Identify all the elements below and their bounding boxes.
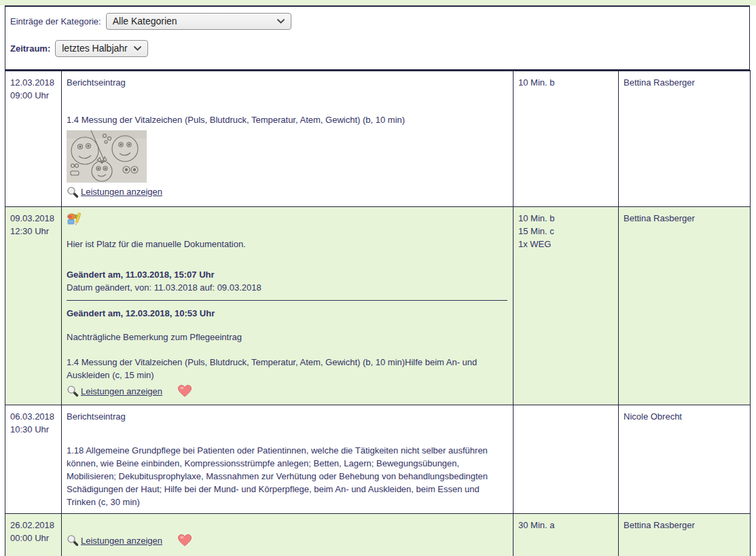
entry-content-cell: Hier ist Platz für die manuelle Dokument…	[62, 207, 514, 405]
entry-duration-cell: 10 Min. b	[514, 71, 619, 207]
edit-note-icon[interactable]	[67, 212, 82, 227]
change-heading: Geändert am, 12.03.2018, 10:53 Uhr	[67, 307, 507, 320]
services-link-line: Leistungen anzeigen	[67, 185, 507, 198]
entry-author-cell: Nicole Obrecht	[619, 405, 751, 514]
entry-author-cell: Bettina Rasberger	[619, 514, 751, 556]
duration-line: 10 Min. b	[518, 76, 613, 89]
entry-date-cell: 09.03.2018 12:30 Uhr	[5, 207, 62, 405]
entry-time: 10:30 Uhr	[10, 423, 56, 436]
entry-category-label: Berichtseintrag	[67, 76, 507, 89]
duration-line: 10 Min. b	[518, 212, 613, 225]
entry-date-cell: 26.02.2018 00:00 Uhr	[5, 514, 62, 556]
page-top-margin	[0, 0, 756, 5]
heart-icon	[177, 384, 192, 398]
category-filter-row: Einträge der Kategorie: Alle Kategorien	[10, 13, 741, 30]
services-link-line: Leistungen anzeigen	[67, 534, 507, 547]
entry-content-cell: Berichtseintrag 1.18 Allgemeine Grundpfl…	[62, 405, 514, 514]
change-detail: Nachträgliche Bemerkung zum Pflegeeintra…	[67, 331, 507, 344]
entry-category-label: Berichtseintrag	[67, 410, 507, 423]
entry-date: 12.03.2018	[10, 76, 56, 89]
chevron-down-icon	[134, 46, 141, 51]
services-link-line: Leistungen anzeigen	[67, 384, 507, 398]
attached-drawing-thumbnail[interactable]	[67, 130, 147, 183]
heart-icon	[177, 534, 192, 547]
entry-author-cell: Bettina Rasberger	[619, 207, 751, 405]
entry-time: 09:00 Uhr	[10, 89, 56, 102]
table-row: 26.02.2018 00:00 Uhr Leistungen anzeigen	[5, 514, 751, 556]
category-select-value: Alle Kategorien	[113, 15, 177, 28]
entry-author: Bettina Rasberger	[624, 212, 744, 225]
change-heading: Geändert am, 11.03.2018, 15:07 Uhr	[67, 268, 507, 281]
entry-duration-cell: 10 Min. b 15 Min. c 1x WEG	[514, 207, 619, 405]
table-row: 09.03.2018 12:30 Uhr	[5, 207, 751, 405]
magnifier-icon[interactable]	[67, 534, 79, 546]
entry-services-text: 1.18 Allgemeine Grundpflege bei Patiente…	[67, 444, 507, 508]
category-filter-label: Einträge der Kategorie:	[10, 15, 101, 28]
entry-time: 12:30 Uhr	[10, 225, 56, 238]
entry-date-cell: 12.03.2018 09:00 Uhr	[5, 71, 62, 207]
entry-content-cell: Berichtseintrag 1.4 Messung der Vitalzei…	[62, 71, 514, 207]
entry-author: Nicole Obrecht	[624, 410, 744, 423]
entry-duration-cell: 30 Min. a	[514, 514, 619, 556]
entry-content-cell: Leistungen anzeigen	[62, 514, 514, 556]
category-select[interactable]: Alle Kategorien	[106, 13, 291, 30]
table-row: 12.03.2018 09:00 Uhr Berichtseintrag 1.4…	[5, 71, 751, 207]
entry-author: Bettina Rasberger	[624, 76, 744, 89]
entry-services-text: 1.4 Messung der Vitalzeichen (Puls, Blut…	[67, 356, 507, 382]
duration-line: 30 Min. a	[518, 519, 613, 532]
period-filter-label: Zeitraum:	[10, 42, 50, 55]
period-select[interactable]: letztes Halbjahr	[55, 40, 148, 57]
chevron-down-icon	[277, 19, 285, 24]
table-row: 06.03.2018 10:30 Uhr Berichtseintrag 1.1…	[5, 405, 751, 514]
entry-date: 06.03.2018	[10, 410, 56, 423]
filter-panel: Einträge der Kategorie: Alle Kategorien …	[5, 5, 750, 70]
duration-line: 1x WEG	[518, 238, 613, 251]
entry-date: 26.02.2018	[10, 519, 56, 532]
show-services-link[interactable]: Leistungen anzeigen	[81, 385, 162, 398]
entry-date: 09.03.2018	[10, 212, 56, 225]
entry-services-text: 1.4 Messung der Vitalzeichen (Puls, Blut…	[67, 113, 507, 126]
entry-author: Bettina Rasberger	[624, 519, 744, 532]
change-separator	[67, 300, 507, 301]
show-services-link[interactable]: Leistungen anzeigen	[81, 185, 162, 198]
manual-documentation-note: Hier ist Platz für die manuelle Dokument…	[67, 238, 507, 251]
magnifier-icon[interactable]	[67, 385, 79, 397]
period-filter-row: Zeitraum: letztes Halbjahr	[10, 40, 741, 57]
entry-time: 00:00 Uhr	[10, 532, 56, 544]
entry-duration-cell	[514, 405, 619, 514]
entry-author-cell: Bettina Rasberger	[619, 71, 751, 207]
page-content: Einträge der Kategorie: Alle Kategorien …	[5, 5, 750, 556]
entry-date-cell: 06.03.2018 10:30 Uhr	[5, 405, 62, 514]
entries-table: 12.03.2018 09:00 Uhr Berichtseintrag 1.4…	[5, 70, 751, 556]
period-select-value: letztes Halbjahr	[62, 42, 128, 55]
show-services-link[interactable]: Leistungen anzeigen	[81, 534, 162, 547]
duration-line: 15 Min. c	[518, 225, 613, 238]
magnifier-icon[interactable]	[67, 186, 79, 198]
change-detail: Datum geändert, von: 11.03.2018 auf: 09.…	[67, 281, 507, 294]
